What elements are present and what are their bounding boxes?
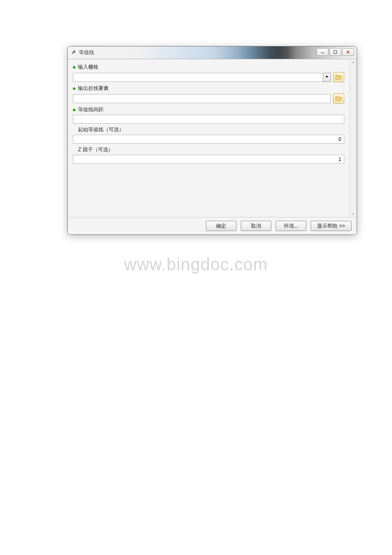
- ok-button[interactable]: 确定: [206, 221, 236, 231]
- base-contour-label: 起始等值线（可选）: [78, 126, 124, 133]
- cancel-button[interactable]: 取消: [241, 221, 271, 231]
- field-contour-interval: 等值线间距: [73, 106, 344, 124]
- shadow-decoration: [68, 234, 357, 235]
- close-button[interactable]: [342, 48, 354, 56]
- show-help-button[interactable]: 显示帮助 >>: [311, 221, 352, 231]
- field-z-factor: Z 因子（可选）: [73, 146, 344, 164]
- z-factor-label: Z 因子（可选）: [78, 146, 113, 153]
- output-polyline-browse-button[interactable]: [333, 93, 344, 104]
- environments-button[interactable]: 环境...: [276, 221, 306, 231]
- window-controls: [317, 48, 354, 56]
- input-raster-combo[interactable]: [73, 73, 331, 82]
- svg-marker-5: [325, 76, 329, 78]
- contour-interval-input[interactable]: [73, 115, 344, 124]
- titlebar[interactable]: 等值线: [68, 46, 357, 59]
- input-raster-input[interactable]: [73, 73, 323, 82]
- field-output-polyline: 输出折线要素: [73, 85, 344, 104]
- watermark-text: www.bingdoc.com: [0, 255, 392, 274]
- folder-open-icon: [335, 95, 342, 101]
- scroll-down-icon: ▼: [352, 212, 355, 216]
- contour-dialog: 等值线 输入栅格: [67, 46, 357, 235]
- hammer-icon: [70, 49, 77, 56]
- scroll-up-icon: ▲: [352, 60, 355, 64]
- svg-rect-2: [334, 51, 337, 54]
- required-bullet-icon: [73, 109, 75, 111]
- base-contour-input[interactable]: [73, 135, 344, 144]
- form-area: 输入栅格: [68, 59, 349, 217]
- input-raster-browse-button[interactable]: [333, 72, 344, 82]
- required-bullet-icon: [73, 87, 75, 90]
- output-polyline-label: 输出折线要素: [78, 85, 109, 92]
- window-title: 等值线: [79, 49, 94, 56]
- contour-interval-label: 等值线间距: [78, 106, 104, 113]
- minimize-button[interactable]: [317, 48, 329, 56]
- z-factor-input[interactable]: [73, 155, 344, 164]
- field-base-contour: 起始等值线（可选）: [73, 126, 344, 144]
- maximize-button[interactable]: [329, 48, 341, 56]
- output-polyline-input[interactable]: [73, 94, 331, 103]
- dialog-footer: 确定 取消 环境... 显示帮助 >>: [68, 217, 357, 234]
- field-input-raster: 输入栅格: [73, 64, 344, 82]
- input-raster-dropdown[interactable]: [323, 73, 331, 82]
- scrollbar[interactable]: ▲ ▼: [349, 59, 357, 217]
- folder-open-icon: [335, 74, 342, 80]
- required-bullet-icon: [73, 66, 75, 69]
- input-raster-label: 输入栅格: [78, 64, 98, 71]
